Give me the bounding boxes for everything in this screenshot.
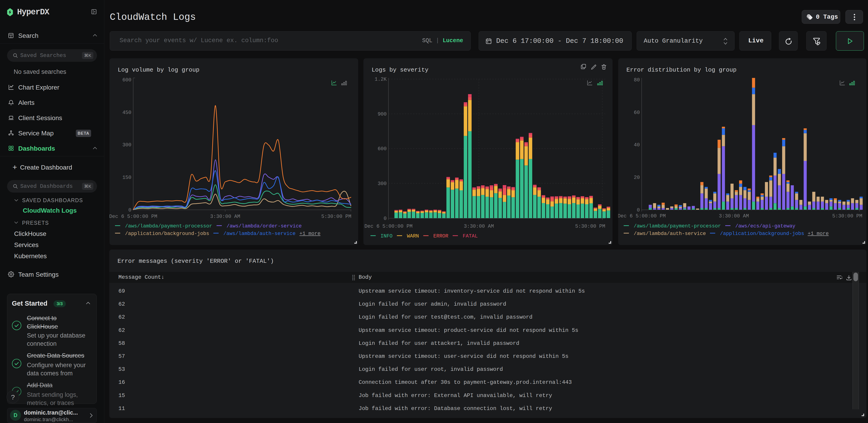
svg-text:150: 150 xyxy=(122,175,131,180)
svg-text:900: 900 xyxy=(377,111,386,117)
svg-text:INFO: INFO xyxy=(380,233,393,239)
svg-text:Dec 6 5:00:00 PM: Dec 6 5:00:00 PM xyxy=(618,213,666,219)
svg-text:/aws/lambda/payment-processor: /aws/lambda/payment-processor xyxy=(125,223,212,229)
svg-text:60: 60 xyxy=(634,110,640,116)
svg-text:80: 80 xyxy=(634,77,640,83)
svg-text:300: 300 xyxy=(377,181,386,187)
svg-text:0: 0 xyxy=(128,207,131,213)
svg-text:/aws/ecs/api-gateway: /aws/ecs/api-gateway xyxy=(735,223,795,229)
svg-text:/aws/lambda/auth-service: /aws/lambda/auth-service xyxy=(223,231,296,236)
svg-text:Dec 6 5:00:00 PM: Dec 6 5:00:00 PM xyxy=(110,214,157,220)
svg-text:ERROR: ERROR xyxy=(433,233,448,239)
svg-text:600: 600 xyxy=(122,77,131,83)
svg-text:0: 0 xyxy=(637,207,640,213)
svg-text:/aws/lambda/payment-processor: /aws/lambda/payment-processor xyxy=(634,223,721,229)
svg-text:1.2K: 1.2K xyxy=(375,77,387,82)
svg-text:3:30:00 AM: 3:30:00 AM xyxy=(464,224,494,229)
svg-text:WARN: WARN xyxy=(407,233,419,239)
svg-text:+1 more: +1 more xyxy=(808,231,829,236)
svg-text:40: 40 xyxy=(634,142,640,148)
svg-text:+1 more: +1 more xyxy=(300,231,320,236)
svg-text:/aws/lambda/auth-service: /aws/lambda/auth-service xyxy=(634,231,706,236)
svg-text:Dec 6 5:00:00 PM: Dec 6 5:00:00 PM xyxy=(364,224,412,229)
svg-text:/application/background-jobs: /application/background-jobs xyxy=(125,231,209,236)
svg-text:5:30:00 PM: 5:30:00 PM xyxy=(832,213,862,219)
svg-text:5:30:00 PM: 5:30:00 PM xyxy=(575,224,605,229)
svg-text:20: 20 xyxy=(634,175,640,180)
svg-text:5:30:00 PM: 5:30:00 PM xyxy=(321,214,351,220)
svg-text:3:30:00 AM: 3:30:00 AM xyxy=(719,213,749,219)
svg-text:600: 600 xyxy=(377,146,386,152)
svg-text:300: 300 xyxy=(122,142,131,148)
svg-text:450: 450 xyxy=(122,110,131,116)
svg-text:0: 0 xyxy=(384,216,386,222)
svg-text:/aws/lambda/order-service: /aws/lambda/order-service xyxy=(226,223,302,229)
svg-text:/application/background-jobs: /application/background-jobs xyxy=(720,231,804,236)
svg-text:FATAL: FATAL xyxy=(463,233,478,239)
svg-text:3:30:00 AM: 3:30:00 AM xyxy=(210,214,240,220)
